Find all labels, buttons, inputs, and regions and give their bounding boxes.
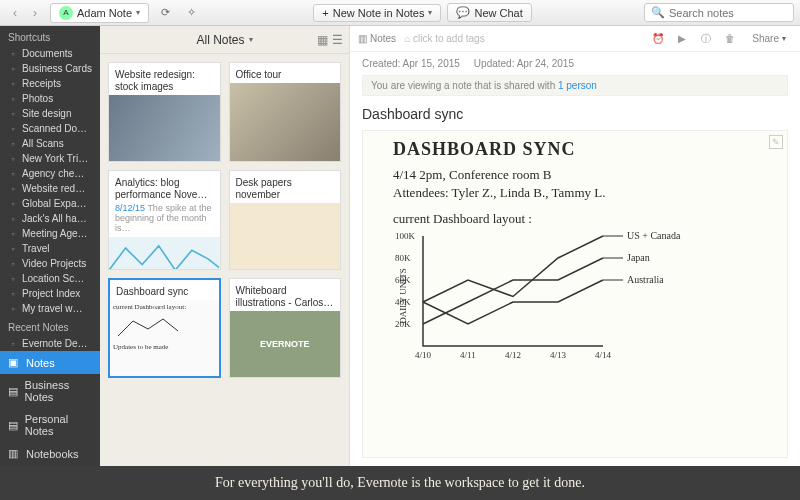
notebook-icon: ▥ xyxy=(8,447,20,460)
note-card[interactable]: Website redesign: stock images xyxy=(108,62,221,162)
sidebar-shortcut[interactable]: ▫Video Projects xyxy=(0,256,100,271)
nav-label: Personal Notes xyxy=(25,413,92,437)
sidebar-shortcut[interactable]: ▫Meeting Age… xyxy=(0,226,100,241)
share-button[interactable]: Share ▾ xyxy=(746,31,792,46)
breadcrumb[interactable]: ▥ Notes xyxy=(358,33,396,44)
card-thumbnail: EVERNOTE xyxy=(230,311,341,377)
shortcut-label: Receipts xyxy=(22,78,61,89)
share-link[interactable]: 1 person xyxy=(558,80,597,91)
sidebar-shortcut[interactable]: ▫Location Sc… xyxy=(0,271,100,286)
tag-placeholder: click to add tags xyxy=(413,33,485,44)
sidebar-shortcut[interactable]: ▫Documents xyxy=(0,46,100,61)
chevron-down-icon: ▾ xyxy=(782,34,786,43)
sidebar-shortcut[interactable]: ▫Site design xyxy=(0,106,100,121)
card-title: Whiteboard illustrations - Carlos… xyxy=(230,279,341,311)
doc-icon: ▫ xyxy=(8,229,18,239)
sidebar-shortcut[interactable]: ▫Global Expa… xyxy=(0,196,100,211)
note-dates: Created: Apr 15, 2015 Updated: Apr 24, 2… xyxy=(350,52,800,75)
chevron-down-icon: ▾ xyxy=(249,35,253,44)
notebook-icon: ▥ xyxy=(358,33,367,44)
shortcut-label: Scanned Do… xyxy=(22,123,87,134)
updated-value: Apr 24, 2015 xyxy=(517,58,574,69)
nav-forward-button[interactable]: › xyxy=(26,4,44,22)
card-thumbnail: current Dashboard layout:Updates to be m… xyxy=(110,300,219,376)
sidebar-shortcut[interactable]: ▫Project Index xyxy=(0,286,100,301)
sidebar-shortcut[interactable]: ▫All Scans xyxy=(0,136,100,151)
annotate-icon[interactable]: ✎ xyxy=(769,135,783,149)
new-note-label: New Note in Notes xyxy=(333,7,425,19)
sidebar-shortcut[interactable]: ▫Website red… xyxy=(0,181,100,196)
share-msg: You are viewing a note that is shared wi… xyxy=(371,80,558,91)
sidebar-shortcut[interactable]: ▫Travel xyxy=(0,241,100,256)
card-title: Analytics: blog performance Nove… xyxy=(109,171,220,203)
recent-label: Evernote De… xyxy=(22,338,88,349)
breadcrumb-label: Notes xyxy=(370,33,396,44)
doc-icon: ▫ xyxy=(8,304,18,314)
notes-icon: ▣ xyxy=(8,356,20,369)
nav-notes[interactable]: ▣ Notes xyxy=(0,351,100,374)
note-card[interactable]: Analytics: blog performance Nove…8/12/15… xyxy=(108,170,221,270)
sidebar-shortcut[interactable]: ▫Jack's All ha… xyxy=(0,211,100,226)
shortcut-label: Location Sc… xyxy=(22,273,84,284)
note-card[interactable]: Desk papers november xyxy=(229,170,342,270)
nav-back-button[interactable]: ‹ xyxy=(6,4,24,22)
chat-icon: 💬 xyxy=(456,6,470,19)
add-tag-button[interactable]: ⌂ click to add tags xyxy=(404,33,485,44)
reminder-icon[interactable]: ⏰ xyxy=(650,31,666,47)
sidebar-shortcut[interactable]: ▫Scanned Do… xyxy=(0,121,100,136)
sidebar-shortcut[interactable]: ▫Agency che… xyxy=(0,166,100,181)
note-card[interactable]: Office tour xyxy=(229,62,342,162)
nav-notebooks[interactable]: ▥ Notebooks xyxy=(0,442,100,465)
search-input[interactable] xyxy=(669,7,800,19)
note-list-header[interactable]: All Notes ▾ ▦ ☰ xyxy=(100,26,349,54)
account-label: Adam Note xyxy=(77,7,132,19)
shortcut-label: Jack's All ha… xyxy=(22,213,87,224)
card-title: Website redesign: stock images xyxy=(109,63,220,95)
sidebar-recent-item[interactable]: ▫Evernote De… xyxy=(0,336,100,351)
sidebar-shortcut[interactable]: ▫My travel w… xyxy=(0,301,100,316)
shortcut-label: Business Cards xyxy=(22,63,92,74)
shortcut-label: Project Index xyxy=(22,288,80,299)
notes-icon: ▤ xyxy=(8,385,19,398)
sidebar-shortcut[interactable]: ▫New York Tri… xyxy=(0,151,100,166)
new-note-button[interactable]: + New Note in Notes ▾ xyxy=(313,4,441,22)
sidebar: Shortcuts ▫Documents▫Business Cards▫Rece… xyxy=(0,26,100,466)
chevron-down-icon: ▾ xyxy=(428,8,432,17)
shortcut-label: Photos xyxy=(22,93,53,104)
shortcut-label: Documents xyxy=(22,48,73,59)
present-icon[interactable]: ▶ xyxy=(674,31,690,47)
doc-icon: ▫ xyxy=(8,109,18,119)
info-icon[interactable]: ⓘ xyxy=(698,31,714,47)
doc-icon: ▫ xyxy=(8,139,18,149)
sync-icon[interactable]: ⟳ xyxy=(155,4,175,22)
shortcuts-header: Shortcuts xyxy=(0,26,100,46)
new-chat-label: New Chat xyxy=(474,7,522,19)
search-field[interactable]: 🔍 xyxy=(644,3,794,22)
card-title: Dashboard sync xyxy=(110,280,219,300)
doc-icon: ▫ xyxy=(8,169,18,179)
sidebar-shortcut[interactable]: ▫Business Cards xyxy=(0,61,100,76)
note-card[interactable]: Whiteboard illustrations - Carlos…EVERNO… xyxy=(229,278,342,378)
shortcut-label: Meeting Age… xyxy=(22,228,88,239)
activity-icon[interactable]: ✧ xyxy=(181,4,201,22)
sidebar-shortcut[interactable]: ▫Photos xyxy=(0,91,100,106)
account-button[interactable]: A Adam Note ▾ xyxy=(50,3,149,23)
note-body[interactable]: ✎ DASHBOARD SYNC 4/14 2pm, Conference ro… xyxy=(362,130,788,458)
note-title[interactable]: Dashboard sync xyxy=(350,102,800,130)
sidebar-shortcut[interactable]: ▫Receipts xyxy=(0,76,100,91)
trash-icon[interactable]: 🗑 xyxy=(722,31,738,47)
doc-icon: ▫ xyxy=(8,49,18,59)
shortcut-label: Agency che… xyxy=(22,168,84,179)
shortcut-label: New York Tri… xyxy=(22,153,88,164)
share-info-bar: You are viewing a note that is shared wi… xyxy=(362,75,788,96)
new-chat-button[interactable]: 💬 New Chat xyxy=(447,3,531,22)
view-list-icon[interactable]: ☰ xyxy=(332,33,343,47)
card-meta: 8/12/15 The spike at the beginning of th… xyxy=(109,203,220,237)
view-card-icon[interactable]: ▦ xyxy=(317,33,328,47)
note-card[interactable]: Dashboard synccurrent Dashboard layout:U… xyxy=(108,278,221,378)
plus-icon: + xyxy=(322,7,328,19)
nav-label: Business Notes xyxy=(25,379,92,403)
share-label: Share xyxy=(752,33,779,44)
nav-personal-notes[interactable]: ▤ Personal Notes xyxy=(0,408,100,442)
nav-business-notes[interactable]: ▤ Business Notes xyxy=(0,374,100,408)
